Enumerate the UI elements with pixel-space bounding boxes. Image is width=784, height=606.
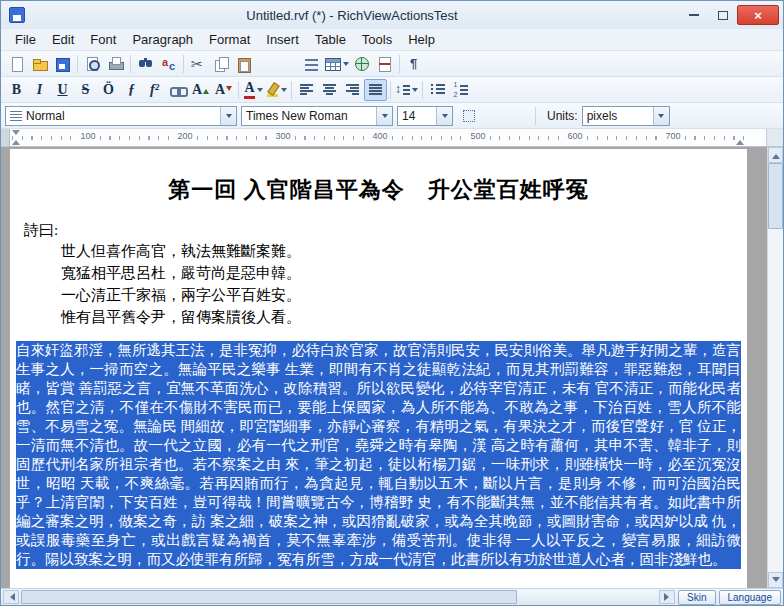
- shrink-font-icon: A: [215, 83, 225, 97]
- bold-button[interactable]: B: [5, 79, 28, 101]
- menu-table[interactable]: Table: [307, 30, 354, 49]
- align-right-button[interactable]: [341, 79, 364, 101]
- new-document-button[interactable]: [5, 53, 28, 75]
- scroll-left-button[interactable]: [3, 590, 19, 604]
- insert-page-break-button[interactable]: [373, 53, 396, 75]
- highlight-button[interactable]: [265, 79, 288, 101]
- separator: [399, 55, 400, 73]
- arrow-down-icon: [226, 86, 232, 94]
- superscript-icon: f²: [150, 83, 159, 97]
- print-button[interactable]: [104, 53, 127, 75]
- close-button[interactable]: ×: [737, 5, 779, 25]
- font-name-value: Times New Roman: [242, 109, 376, 123]
- insert-horizontal-line-button[interactable]: [300, 53, 323, 75]
- horizontal-scroll-thumb[interactable]: [21, 590, 517, 604]
- numbering-button[interactable]: [449, 79, 472, 101]
- justify-button[interactable]: [364, 79, 387, 101]
- line-spacing-button[interactable]: [394, 79, 419, 101]
- save-button[interactable]: [51, 53, 74, 75]
- bullets-button[interactable]: [426, 79, 449, 101]
- maximize-button[interactable]: [708, 5, 737, 25]
- chevron-down-icon: [281, 88, 287, 95]
- underline-button[interactable]: U: [51, 79, 74, 101]
- superscript-button[interactable]: f²: [143, 79, 166, 101]
- scroll-up-button[interactable]: [768, 147, 783, 163]
- copy-button[interactable]: [210, 53, 233, 75]
- separator: [535, 107, 536, 125]
- selected-paragraph[interactable]: 自來奸盜邪淫，無所逃其王法，是非冤抑，必待白於官家，故官清則民安，民安則俗美。舉…: [16, 341, 741, 569]
- menu-edit[interactable]: Edit: [44, 30, 82, 49]
- menu-tools[interactable]: Tools: [354, 30, 400, 49]
- bullet-list-icon: [431, 84, 445, 95]
- italic-button[interactable]: I: [28, 79, 51, 101]
- document-viewport[interactable]: 第一回 入官階昌平為令 升公堂百姓呼冤 詩曰: 世人但喜作高官，執法無難斷案難。…: [1, 147, 767, 588]
- first-line-indent-marker[interactable]: [12, 130, 20, 135]
- vertical-scroll-track[interactable]: [768, 163, 783, 572]
- style-box-icon: [463, 110, 475, 122]
- right-indent-marker[interactable]: [736, 140, 744, 145]
- menu-paragraph[interactable]: Paragraph: [124, 30, 201, 49]
- hyperlink-button[interactable]: [350, 53, 373, 75]
- ruler-number: 100: [79, 131, 96, 141]
- skin-button[interactable]: Skin: [678, 590, 715, 605]
- open-button[interactable]: [28, 53, 51, 75]
- vertical-scrollbar[interactable]: [767, 147, 783, 588]
- link-button[interactable]: [166, 79, 189, 101]
- paragraph-style-icon: [10, 111, 22, 121]
- separator: [291, 81, 292, 99]
- document-page[interactable]: 第一回 入官階昌平為令 升公堂百姓呼冤 詩曰: 世人但喜作高官，執法無難斷案難。…: [10, 149, 747, 588]
- grow-font-button[interactable]: A: [189, 79, 212, 101]
- units-combo[interactable]: pixels: [582, 106, 670, 126]
- scroll-right-button[interactable]: [659, 590, 675, 604]
- strikethrough-button[interactable]: S: [74, 79, 97, 101]
- style-settings-button[interactable]: [457, 105, 480, 127]
- vertical-scroll-thumb[interactable]: [768, 163, 783, 229]
- align-left-button[interactable]: [295, 79, 318, 101]
- separator: [130, 55, 131, 73]
- chevron-down-icon[interactable]: [436, 107, 452, 125]
- menu-format[interactable]: Format: [201, 30, 258, 49]
- line-spacing-icon: [395, 84, 410, 96]
- paragraph-style-combo[interactable]: Normal: [5, 106, 237, 126]
- paste-button[interactable]: [233, 53, 256, 75]
- font-color-button[interactable]: A: [242, 79, 265, 101]
- print-preview-button[interactable]: [81, 53, 104, 75]
- menu-file[interactable]: File: [7, 30, 44, 49]
- font-size-combo[interactable]: 14: [397, 106, 453, 126]
- chevron-down-icon[interactable]: [220, 107, 236, 125]
- insert-table-button[interactable]: [323, 53, 350, 75]
- scroll-down-button[interactable]: [768, 572, 783, 588]
- shrink-font-button[interactable]: A: [212, 79, 235, 101]
- separator: [390, 81, 391, 99]
- left-indent-marker[interactable]: [12, 140, 20, 145]
- formatting-marks-button[interactable]: [403, 53, 426, 75]
- units-value: pixels: [583, 109, 653, 123]
- grow-font-icon: A: [192, 83, 202, 97]
- window-title: Untitled.rvf (*) - RichViewActionsTest: [25, 8, 679, 23]
- language-button[interactable]: Language: [719, 590, 782, 605]
- ruler-row: 100 200 300 400 500 600 700: [1, 129, 783, 147]
- replace-button[interactable]: [157, 53, 180, 75]
- document-area: 第一回 入官階昌平為令 升公堂百姓呼冤 詩曰: 世人但喜作高官，執法無難斷案難。…: [1, 147, 783, 588]
- ruler-number: 700: [664, 131, 681, 141]
- chevron-down-icon[interactable]: [376, 107, 392, 125]
- find-button[interactable]: [134, 53, 157, 75]
- bottom-bar: Skin Language: [1, 588, 783, 605]
- cut-button[interactable]: [187, 53, 210, 75]
- highlight-icon: [266, 82, 279, 97]
- menu-help[interactable]: Help: [400, 30, 443, 49]
- subscript-button[interactable]: ƒ: [120, 79, 143, 101]
- diacritics-button[interactable]: Ö: [97, 79, 120, 101]
- chevron-down-icon[interactable]: [653, 107, 669, 125]
- poem-intro: 詩曰:: [24, 221, 741, 240]
- marker-pen-icon: [266, 82, 279, 93]
- horizontal-ruler[interactable]: 100 200 300 400 500 600 700: [10, 129, 766, 146]
- minimize-button[interactable]: [679, 5, 708, 25]
- menu-font[interactable]: Font: [82, 30, 124, 49]
- align-center-button[interactable]: [318, 79, 341, 101]
- horizontal-scroll-track[interactable]: [21, 590, 657, 604]
- menu-insert[interactable]: Insert: [258, 30, 307, 49]
- poem-line: 世人但喜作高官，執法無難斷案難。: [61, 240, 741, 262]
- font-name-combo[interactable]: Times New Roman: [241, 106, 393, 126]
- separator: [77, 55, 78, 73]
